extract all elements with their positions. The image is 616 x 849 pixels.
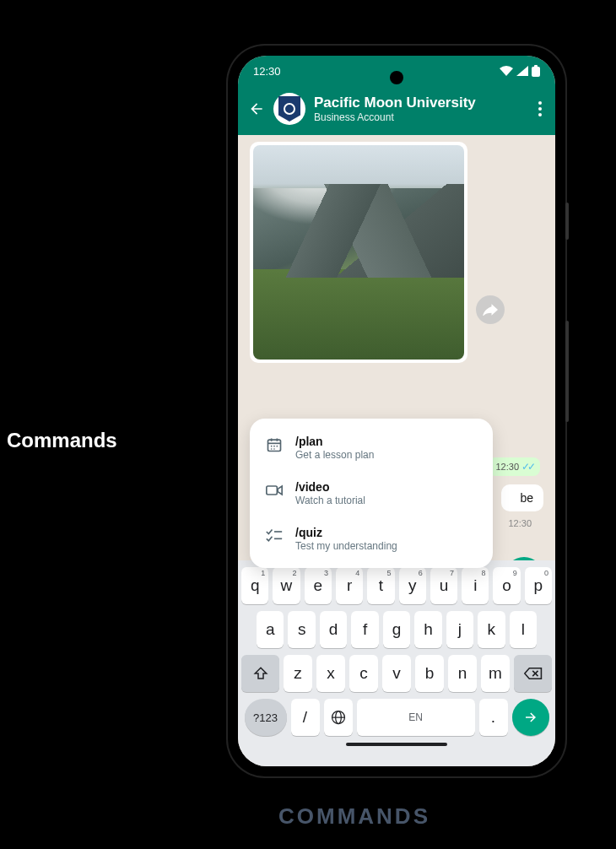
svg-point-13 <box>273 448 275 450</box>
svg-point-12 <box>271 448 273 450</box>
key-e[interactable]: e3 <box>305 567 332 604</box>
chat-header: Pacific Moon University Business Account <box>238 86 555 135</box>
key-o[interactable]: o9 <box>493 567 520 604</box>
key-c[interactable]: c <box>349 655 378 692</box>
key-q[interactable]: q1 <box>241 567 268 604</box>
shift-key[interactable] <box>241 655 279 692</box>
key-y[interactable]: y6 <box>399 567 426 604</box>
front-camera <box>390 71 403 84</box>
svg-point-11 <box>277 446 278 447</box>
key-a[interactable]: a <box>257 611 284 648</box>
chat-title: Pacific Moon University <box>314 95 527 111</box>
key-f[interactable]: f <box>351 611 378 648</box>
command-item-plan[interactable]: /plan Get a lesson plan <box>250 425 493 471</box>
video-icon <box>265 481 284 500</box>
command-name: /quiz <box>295 525 397 540</box>
battery-icon <box>532 65 540 77</box>
command-item-video[interactable]: /video Watch a tutorial <box>250 471 493 516</box>
command-item-quiz[interactable]: /quiz Test my understanding <box>250 516 493 562</box>
key-n[interactable]: n <box>448 655 477 692</box>
back-button[interactable] <box>248 100 265 117</box>
key-t[interactable]: t5 <box>367 567 394 604</box>
command-name: /plan <box>295 434 374 449</box>
keyboard-row-2: asdfghjkl <box>241 611 552 648</box>
avatar-shield-icon <box>278 96 300 122</box>
svg-rect-14 <box>267 486 278 495</box>
commands-popup: /plan Get a lesson plan /video Watch a t… <box>250 419 493 568</box>
key-s[interactable]: s <box>288 611 315 648</box>
key-k[interactable]: k <box>478 611 505 648</box>
screen: 12:30 Pacific Moon University Business A… <box>238 56 555 766</box>
header-text[interactable]: Pacific Moon University Business Account <box>314 95 527 124</box>
slash-key[interactable]: / <box>291 699 320 736</box>
chat-subtitle: Business Account <box>314 111 527 123</box>
shift-icon <box>253 666 268 681</box>
read-receipt-icon: ✓✓ <box>521 461 533 473</box>
key-v[interactable]: v <box>382 655 411 692</box>
key-h[interactable]: h <box>414 611 441 648</box>
key-x[interactable]: x <box>316 655 345 692</box>
figure-caption: COMMANDS <box>278 803 430 830</box>
enter-key[interactable] <box>512 699 549 736</box>
forward-button[interactable] <box>476 295 505 324</box>
more-menu-button[interactable] <box>535 101 545 116</box>
svg-point-4 <box>538 113 542 116</box>
avatar[interactable] <box>273 93 305 125</box>
keyboard-row-4: ?123 / EN . <box>241 699 552 736</box>
space-key[interactable]: EN <box>357 699 475 736</box>
svg-point-9 <box>271 446 273 447</box>
svg-rect-1 <box>534 65 538 68</box>
key-p[interactable]: p0 <box>525 567 552 604</box>
key-r[interactable]: r4 <box>336 567 363 604</box>
phone-frame: 12:30 Pacific Moon University Business A… <box>228 46 565 776</box>
annotation-label: Commands <box>7 429 117 452</box>
calendar-icon <box>265 435 284 454</box>
key-d[interactable]: d <box>320 611 347 648</box>
power-button <box>565 203 569 240</box>
backspace-key[interactable] <box>514 655 552 692</box>
nav-bar[interactable] <box>346 743 447 746</box>
status-time: 12:30 <box>253 65 281 78</box>
incoming-time: 12:30 <box>508 518 532 528</box>
outgoing-time-badge: 12:30 ✓✓ <box>489 457 540 476</box>
incoming-message-text: be <box>520 491 533 505</box>
period-key[interactable]: . <box>479 699 508 736</box>
command-name: /video <box>295 479 365 495</box>
keyboard: q1w2e3r4t5y6u7i8o9p0 asdfghjkl zxcvbnm ?… <box>238 560 555 766</box>
key-j[interactable]: j <box>446 611 473 648</box>
key-l[interactable]: l <box>510 611 537 648</box>
language-key[interactable] <box>324 699 353 736</box>
volume-button <box>565 321 569 422</box>
wifi-icon <box>500 66 513 76</box>
status-icons <box>500 65 540 77</box>
globe-icon <box>330 709 347 726</box>
keyboard-row-3: zxcvbnm <box>241 655 552 692</box>
forward-icon <box>483 304 498 316</box>
command-desc: Watch a tutorial <box>295 495 365 508</box>
image-message[interactable] <box>250 142 467 363</box>
keyboard-row-1: q1w2e3r4t5y6u7i8o9p0 <box>241 567 552 604</box>
incoming-message[interactable]: be <box>501 484 543 511</box>
key-g[interactable]: g <box>383 611 410 648</box>
svg-point-3 <box>538 107 542 111</box>
key-w[interactable]: w2 <box>273 567 300 604</box>
svg-point-2 <box>538 101 542 105</box>
key-u[interactable]: u7 <box>430 567 457 604</box>
svg-point-10 <box>273 446 275 447</box>
key-i[interactable]: i8 <box>462 567 489 604</box>
key-z[interactable]: z <box>284 655 312 692</box>
backspace-icon <box>524 667 543 680</box>
image-content <box>253 145 464 360</box>
chat-area: 12:30 ✓✓ be 12:30 /plan Get a lesson pla… <box>238 135 555 608</box>
key-b[interactable]: b <box>415 655 444 692</box>
command-desc: Test my understanding <box>295 540 397 554</box>
checklist-icon <box>265 527 284 545</box>
command-desc: Get a lesson plan <box>295 449 374 462</box>
arrow-right-icon <box>523 710 538 725</box>
key-m[interactable]: m <box>481 655 510 692</box>
symbols-key[interactable]: ?123 <box>245 699 287 736</box>
outgoing-time: 12:30 <box>495 462 519 472</box>
svg-rect-0 <box>532 67 540 77</box>
signal-icon <box>516 66 528 76</box>
